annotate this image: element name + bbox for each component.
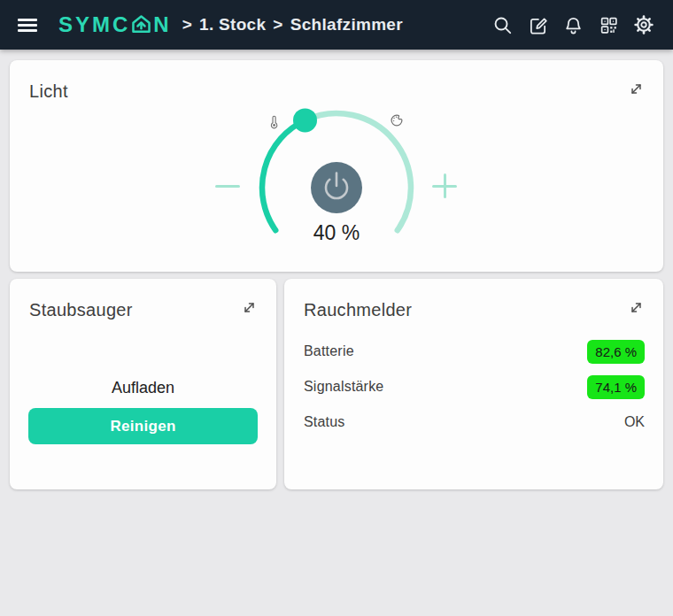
notifications-button[interactable] bbox=[558, 10, 588, 40]
menu-icon bbox=[18, 19, 37, 32]
menu-button[interactable] bbox=[12, 10, 43, 40]
dimmer-value: 40 % bbox=[313, 221, 360, 243]
expand-icon bbox=[242, 300, 257, 315]
expand-button-staubsauger[interactable] bbox=[239, 297, 259, 317]
qr-code-icon bbox=[599, 15, 619, 35]
minus-icon bbox=[215, 185, 240, 188]
status-badge-batterie: 82,6 % bbox=[587, 340, 645, 364]
breadcrumb-item-stock[interactable]: 1. Stock bbox=[199, 15, 266, 35]
gear-icon bbox=[633, 14, 654, 35]
card-title-staubsauger: Staubsauger bbox=[10, 279, 276, 323]
expand-button-rauchmelder[interactable] bbox=[626, 297, 646, 317]
edit-button[interactable] bbox=[522, 10, 553, 40]
card-rauchmelder: Rauchmelder Batterie 82,6 % Signalstärke… bbox=[284, 279, 663, 489]
settings-button[interactable] bbox=[629, 10, 659, 40]
row-value-status: OK bbox=[624, 414, 645, 430]
breadcrumb-item-schlafzimmer[interactable]: Schlafzimmer bbox=[290, 15, 403, 35]
status-badge-signalstaerke: 74,1 % bbox=[587, 375, 645, 399]
vacuum-status-text: Aufladen bbox=[10, 376, 276, 399]
light-dimmer-dial: 40 % bbox=[248, 106, 425, 243]
clean-button[interactable]: Reinigen bbox=[28, 408, 258, 444]
qr-code-button[interactable] bbox=[593, 10, 623, 40]
breadcrumb-separator: > bbox=[273, 15, 282, 35]
logo-text-post: N bbox=[153, 14, 171, 35]
table-row: Batterie 82,6 % bbox=[304, 334, 645, 369]
dashboard: Licht bbox=[0, 50, 673, 489]
smoke-detector-rows: Batterie 82,6 % Signalstärke 74,1 % Stat… bbox=[284, 334, 663, 440]
increase-button[interactable] bbox=[431, 173, 458, 199]
expand-icon bbox=[629, 300, 644, 315]
edit-icon bbox=[528, 15, 548, 35]
dial-knob[interactable] bbox=[293, 108, 317, 132]
expand-icon bbox=[629, 81, 644, 96]
topbar-actions bbox=[487, 10, 659, 40]
temperature-icon[interactable] bbox=[269, 115, 279, 133]
search-icon bbox=[492, 15, 513, 35]
breadcrumb-separator: > bbox=[182, 15, 192, 35]
top-bar: SYMC N > 1. Stock > Schlafzimmer bbox=[0, 0, 673, 50]
symcon-logo[interactable]: SYMC N bbox=[58, 13, 172, 36]
dial-progress bbox=[262, 120, 305, 230]
plus-icon bbox=[432, 173, 457, 198]
logo-text-pre: SYMC bbox=[58, 14, 130, 35]
power-button[interactable] bbox=[311, 162, 362, 213]
row-label-status: Status bbox=[304, 414, 345, 430]
table-row: Signalstärke 74,1 % bbox=[304, 369, 645, 404]
search-button[interactable] bbox=[487, 10, 517, 40]
table-row: Status OK bbox=[304, 404, 645, 440]
row-label-signalstaerke: Signalstärke bbox=[304, 379, 383, 395]
card-staubsauger: Staubsauger Aufladen Reinigen bbox=[10, 279, 276, 489]
expand-button-licht[interactable] bbox=[626, 79, 646, 98]
card-title-licht: Licht bbox=[10, 60, 663, 104]
color-palette-icon[interactable] bbox=[390, 113, 404, 131]
bell-icon bbox=[563, 15, 584, 35]
decrease-button[interactable] bbox=[214, 173, 241, 199]
house-icon bbox=[130, 13, 153, 36]
row-label-batterie: Batterie bbox=[304, 343, 354, 359]
card-licht: Licht bbox=[10, 60, 663, 272]
breadcrumb: > 1. Stock > Schlafzimmer bbox=[182, 15, 403, 35]
card-title-rauchmelder: Rauchmelder bbox=[284, 279, 663, 323]
